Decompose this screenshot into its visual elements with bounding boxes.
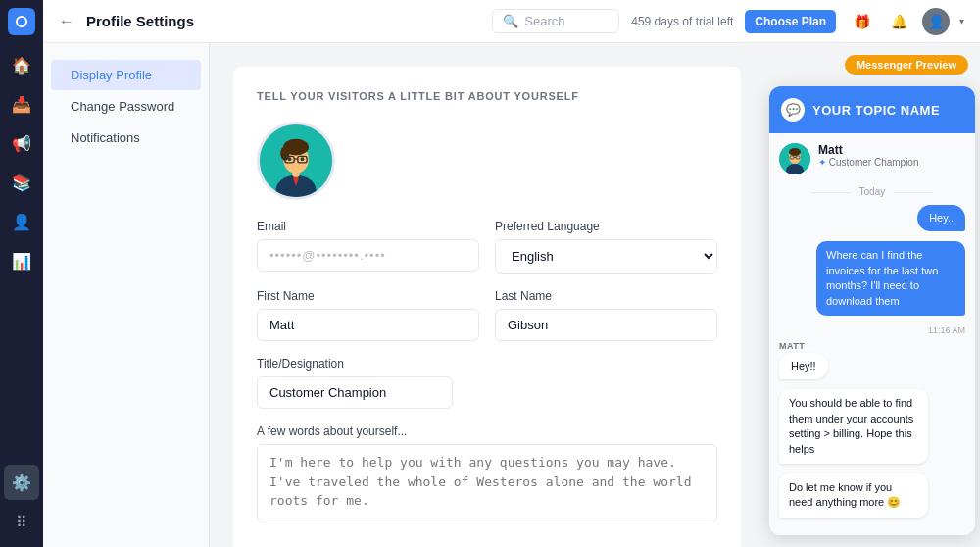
email-language-row: Email Preferred Language English xyxy=(257,220,717,274)
sidebar-item-change-password[interactable]: Change Password xyxy=(51,91,201,122)
left-nav: 🏠 📥 📢 📚 👤 📊 ⚙️ ⠿ xyxy=(0,0,43,547)
messenger-preview-container: Messenger Preview 💬 YOUR TOPIC NAME xyxy=(764,43,980,547)
nav-icon-grid[interactable]: ⠿ xyxy=(4,504,39,539)
content-area: Display Profile Change Password Notifica… xyxy=(43,43,980,547)
agent-name: Matt xyxy=(818,143,919,157)
top-bar: ← Profile Settings 🔍 Search 459 days of … xyxy=(43,0,980,43)
sender-label: MATT xyxy=(779,341,965,351)
email-group: Email xyxy=(257,220,479,274)
bubble-hey2: Hey!! xyxy=(779,353,828,379)
email-input[interactable] xyxy=(257,239,479,272)
bell-icon[interactable]: 🔔 xyxy=(885,8,912,35)
gift-icon[interactable]: 🎁 xyxy=(848,8,875,35)
profile-avatar[interactable] xyxy=(257,122,335,200)
messenger-topic-name: YOUR TOPIC NAME xyxy=(812,103,940,118)
about-textarea[interactable] xyxy=(257,444,717,522)
agent-avatar xyxy=(779,143,810,174)
title-label: Title/Designation xyxy=(257,357,717,371)
messenger-body: Matt ✦ Customer Champion Today xyxy=(769,133,975,535)
choose-plan-button[interactable]: Choose Plan xyxy=(745,10,836,33)
title-input[interactable] xyxy=(257,376,453,409)
title-row: Title/Designation xyxy=(257,357,717,409)
last-name-input[interactable] xyxy=(495,309,717,341)
messenger-logo-icon: 💬 xyxy=(781,98,805,122)
title-group: Title/Designation xyxy=(257,357,717,409)
bubble-question: Where can I find the invoices for the la… xyxy=(816,241,965,316)
name-row: First Name Last Name xyxy=(257,289,717,341)
sidebar-item-notifications[interactable]: Notifications xyxy=(51,123,201,153)
agent-role: ✦ Customer Champion xyxy=(818,157,919,168)
top-bar-icons: 🎁 🔔 👤 ▾ xyxy=(848,8,964,35)
form-section-title: TELL YOUR VISITORS A LITTLE BIT ABOUT YO… xyxy=(257,90,717,102)
bubble-followup: Do let me know if you need anything more… xyxy=(779,473,928,518)
agent-info: Matt ✦ Customer Champion xyxy=(818,143,919,174)
about-label: A few words about yourself... xyxy=(257,424,717,438)
nav-icon-settings[interactable]: ⚙️ xyxy=(4,465,39,500)
search-icon: 🔍 xyxy=(503,14,518,28)
last-name-group: Last Name xyxy=(495,289,717,341)
nav-icon-campaigns[interactable]: 📢 xyxy=(4,125,39,161)
nav-icon-reports[interactable]: 📊 xyxy=(4,243,39,278)
main-form: TELL YOUR VISITORS A LITTLE BIT ABOUT YO… xyxy=(210,43,764,547)
nav-icon-knowledge[interactable]: 📚 xyxy=(4,165,39,200)
preferred-language-group: Preferred Language English xyxy=(495,220,717,274)
first-name-input[interactable] xyxy=(257,309,479,341)
chevron-down-icon[interactable]: ▾ xyxy=(959,16,964,26)
agent-row: Matt ✦ Customer Champion xyxy=(779,143,965,174)
today-divider: Today xyxy=(779,186,965,197)
preferred-language-label: Preferred Language xyxy=(495,220,717,233)
nav-icon-inbox[interactable]: 📥 xyxy=(4,86,39,122)
sidebar-item-display-profile[interactable]: Display Profile xyxy=(51,60,201,90)
email-label: Email xyxy=(257,220,479,233)
settings-sidebar: Display Profile Change Password Notifica… xyxy=(43,43,210,547)
bubble-reply: You should be able to find them under yo… xyxy=(779,389,928,464)
first-name-group: First Name xyxy=(257,289,479,341)
messenger-widget: 💬 YOUR TOPIC NAME xyxy=(769,86,975,535)
messenger-header: 💬 YOUR TOPIC NAME xyxy=(769,86,975,133)
svg-point-11 xyxy=(301,157,305,161)
user-avatar[interactable]: 👤 xyxy=(922,8,950,35)
about-group: A few words about yourself... xyxy=(257,424,717,526)
page-title: Profile Settings xyxy=(86,13,480,29)
preferred-language-select[interactable]: English xyxy=(495,239,717,274)
avatar-svg xyxy=(260,124,332,197)
about-row: A few words about yourself... xyxy=(257,424,717,526)
search-box[interactable]: 🔍 Search xyxy=(492,9,619,33)
svg-point-10 xyxy=(288,157,292,161)
back-button[interactable]: ← xyxy=(59,13,74,30)
nav-icon-home[interactable]: 🏠 xyxy=(4,47,39,82)
last-name-label: Last Name xyxy=(495,289,717,303)
messenger-preview-label: Messenger Preview xyxy=(845,55,968,75)
message-timestamp: 11:16 AM xyxy=(779,325,965,335)
avatar-container xyxy=(257,122,717,200)
bubble-hey: Hey.. xyxy=(917,205,965,231)
svg-point-15 xyxy=(789,148,801,156)
app-logo[interactable] xyxy=(8,8,35,35)
first-name-label: First Name xyxy=(257,289,479,303)
nav-icon-contacts[interactable]: 👤 xyxy=(4,204,39,239)
chat-area: Hey.. Where can I find the invoices for … xyxy=(779,205,965,527)
search-placeholder: Search xyxy=(524,14,564,28)
form-card: TELL YOUR VISITORS A LITTLE BIT ABOUT YO… xyxy=(233,67,741,547)
trial-text: 459 days of trial left xyxy=(631,15,733,28)
